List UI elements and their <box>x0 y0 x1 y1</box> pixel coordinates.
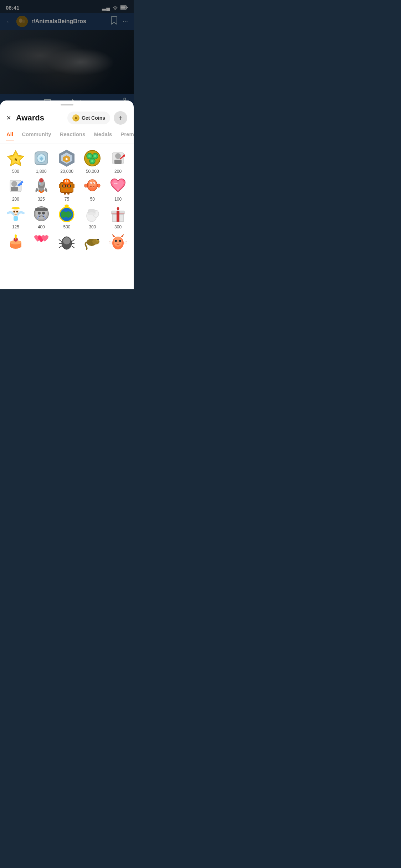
svg-point-105 <box>119 240 121 242</box>
award-gift[interactable]: 300 <box>107 205 129 229</box>
svg-point-50 <box>67 181 68 181</box>
cat-image <box>0 30 134 94</box>
svg-text:◆: ◆ <box>65 157 68 161</box>
svg-point-3 <box>19 19 22 23</box>
sheet-header: × Awards ¢ Get Coins + <box>0 105 134 128</box>
award-platinum-cost: 1,800 <box>36 169 47 174</box>
award-gold[interactable]: ★ 500 <box>4 149 27 174</box>
award-bug[interactable] <box>56 232 78 254</box>
award-snoo-cost: 75 <box>65 197 69 202</box>
award-platinum[interactable]: ◆ 1,800 <box>30 149 53 174</box>
svg-rect-32 <box>11 187 18 191</box>
award-sob-cost: 400 <box>38 224 45 229</box>
award-rocket-like[interactable]: 200 <box>4 177 27 202</box>
award-gift-cost: 300 <box>114 224 122 229</box>
tab-all[interactable]: All <box>6 130 14 140</box>
award-snoo-robot[interactable]: 75 <box>56 177 78 202</box>
svg-point-42 <box>63 185 65 187</box>
awards-sheet: × Awards ¢ Get Coins + All Community Rea… <box>0 100 134 289</box>
app-header: ← r/AnimalsBeingBros ··· <box>0 13 134 30</box>
award-stonks-cost: 200 <box>114 169 122 174</box>
plus-button[interactable]: + <box>114 111 127 125</box>
svg-rect-53 <box>64 192 66 195</box>
coin-icon: ¢ <box>72 114 79 122</box>
award-snoo-plushie-cost: 50 <box>90 197 95 202</box>
award-rocket[interactable]: 325 <box>30 177 53 202</box>
award-hearts[interactable] <box>30 232 53 254</box>
header-left: ← r/AnimalsBeingBros <box>6 16 86 27</box>
sheet-title: Awards <box>16 113 44 123</box>
svg-point-72 <box>38 212 41 215</box>
svg-point-37 <box>39 178 43 182</box>
svg-line-106 <box>109 242 112 242</box>
svg-line-95 <box>72 239 74 242</box>
bookmark-icon[interactable] <box>110 16 118 27</box>
svg-rect-71 <box>35 208 48 211</box>
award-cake[interactable] <box>4 232 27 254</box>
header-right: ··· <box>110 16 128 27</box>
award-ternion[interactable]: 50,000 <box>81 149 104 174</box>
svg-rect-61 <box>84 184 87 187</box>
award-rocket-like-cost: 200 <box>12 197 19 202</box>
svg-point-25 <box>91 160 93 162</box>
svg-point-89 <box>15 234 17 237</box>
award-heart-cost: 100 <box>114 197 122 202</box>
get-coins-button[interactable]: ¢ Get Coins <box>67 112 110 124</box>
svg-point-80 <box>87 212 96 215</box>
status-bar: 08:41 ▂▄ <box>0 0 134 13</box>
svg-line-94 <box>59 246 62 248</box>
svg-point-14 <box>39 156 43 160</box>
tab-premium[interactable]: Prem <box>120 130 134 140</box>
svg-rect-51 <box>59 184 61 188</box>
award-wholesome-snoo[interactable]: 50 <box>81 177 104 202</box>
tab-medals[interactable]: Medals <box>93 130 113 140</box>
award-heart[interactable]: 100 <box>107 177 129 202</box>
back-button[interactable]: ← <box>6 17 13 26</box>
status-icons: ▂▄ <box>102 4 128 11</box>
svg-point-66 <box>13 211 15 213</box>
svg-point-38 <box>39 183 41 185</box>
award-argentium[interactable]: ◆ 20,000 <box>56 149 78 174</box>
award-cat[interactable] <box>107 232 129 254</box>
svg-rect-83 <box>117 211 119 222</box>
wifi-icon <box>112 5 118 11</box>
award-earth[interactable]: 500 <box>56 205 78 229</box>
svg-point-73 <box>42 212 45 215</box>
more-options-icon[interactable]: ··· <box>123 18 128 25</box>
tab-community[interactable]: Community <box>21 130 52 140</box>
svg-point-4 <box>22 20 25 23</box>
award-sob[interactable]: 400 <box>30 205 53 229</box>
svg-point-67 <box>16 211 18 213</box>
award-rocket-cost: 325 <box>38 197 45 202</box>
svg-line-108 <box>124 242 127 242</box>
close-button[interactable]: × <box>6 113 11 123</box>
signal-icon: ▂▄ <box>102 4 110 11</box>
svg-point-49 <box>65 181 66 181</box>
award-earth-cost: 500 <box>63 224 70 229</box>
svg-point-104 <box>115 240 117 242</box>
svg-point-24 <box>94 155 96 157</box>
svg-point-76 <box>65 205 69 207</box>
award-ternion-cost: 50,000 <box>86 169 99 174</box>
award-angel[interactable]: 125 <box>4 205 27 229</box>
svg-rect-62 <box>97 184 100 187</box>
subreddit-name: r/AnimalsBeingBros <box>31 18 86 25</box>
svg-point-23 <box>88 155 91 157</box>
svg-point-59 <box>91 183 92 184</box>
svg-point-43 <box>68 185 70 187</box>
svg-point-91 <box>63 237 70 244</box>
post-image <box>0 30 134 94</box>
svg-text:★: ★ <box>13 156 18 162</box>
award-stonks[interactable]: 200 <box>107 149 129 174</box>
svg-rect-68 <box>14 216 18 221</box>
award-mittens[interactable]: 300 <box>81 205 104 229</box>
svg-point-31 <box>11 181 17 187</box>
svg-rect-54 <box>67 192 70 195</box>
tab-reactions[interactable]: Reactions <box>59 130 86 140</box>
award-lizard[interactable] <box>81 232 104 254</box>
get-coins-label: Get Coins <box>82 115 105 121</box>
award-grid: ★ 500 ◆ 1,800 ◆ 20,000 <box>0 144 134 259</box>
svg-point-103 <box>114 237 122 247</box>
time: 08:41 <box>6 5 19 11</box>
svg-point-101 <box>97 239 99 240</box>
